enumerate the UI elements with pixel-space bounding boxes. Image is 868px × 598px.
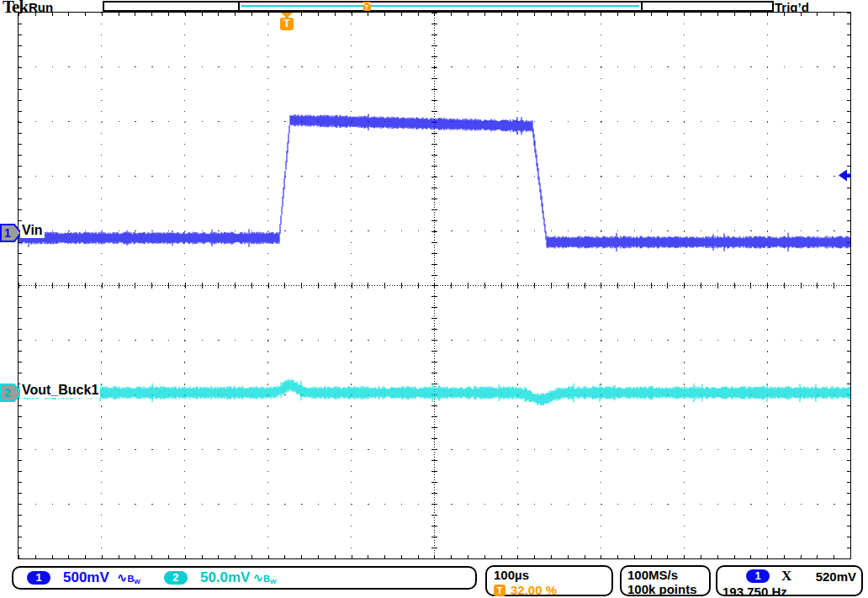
waveform-ch2 (19, 379, 850, 406)
channel-2-number: 2 (4, 386, 11, 400)
channel-2-scale: 50.0mV (200, 569, 251, 586)
channel-1-label: Vin (20, 223, 45, 238)
record-trigger-marker[interactable]: T (362, 2, 372, 11)
horizontal-readout-box[interactable]: 100µs T 32.00 % (485, 565, 613, 596)
trigger-position-value: 32.00 % (511, 583, 557, 597)
trigger-t-icon: T (363, 4, 371, 11)
channel-2-coupling-bw-icon: ∿BW (252, 570, 276, 585)
channel-1-badge: 1 (27, 571, 50, 585)
oscilloscope-screen: Tek Run T Trig’d T 1 2 Vin Vout_Buck1 (0, 0, 868, 598)
channel-1-number: 1 (4, 226, 11, 240)
acquisition-record-bar: T (103, 1, 774, 12)
acquisition-readout-box[interactable]: 100MS/s 100k points (620, 565, 711, 596)
graticule: T (18, 12, 851, 559)
channel-1-coupling-bw-icon: ∿BW (117, 570, 140, 585)
channel-scale-readout-box[interactable]: 1 500mV ∿BW 2 50.0mV ∿BW (12, 566, 477, 590)
waveform-ch1 (19, 114, 850, 251)
record-preview-line (241, 5, 639, 7)
channel-2-badge: 2 (164, 571, 188, 585)
waveform-area (19, 13, 850, 558)
sample-rate-value: 100MS/s (627, 568, 709, 582)
trigger-t-badge-icon: T (494, 585, 505, 596)
trigger-position-marker[interactable]: T (280, 13, 294, 30)
trigger-slope-icon: X (781, 568, 791, 585)
trigger-t-icon: T (280, 18, 294, 30)
record-window-bracket-left (238, 3, 240, 10)
trigger-level-arrow-icon[interactable] (839, 169, 851, 182)
trigger-frequency-value: 193.750 Hz (722, 585, 856, 598)
record-length-value: 100k points (627, 582, 709, 596)
trigger-level-value: 520mV (816, 569, 856, 584)
trigger-source-badge: 1 (746, 569, 770, 583)
channel-2-marker[interactable]: 2 (0, 384, 23, 402)
channel-1-marker[interactable]: 1 (0, 224, 23, 242)
timebase-value: 100µs (494, 568, 611, 582)
channel-2-label: Vout_Buck1 (20, 383, 100, 398)
record-window-bracket-right (641, 3, 643, 10)
channel-1-scale: 500mV (63, 569, 109, 586)
trigger-readout-box[interactable]: 1 X 520mV 193.750 Hz (716, 565, 863, 596)
